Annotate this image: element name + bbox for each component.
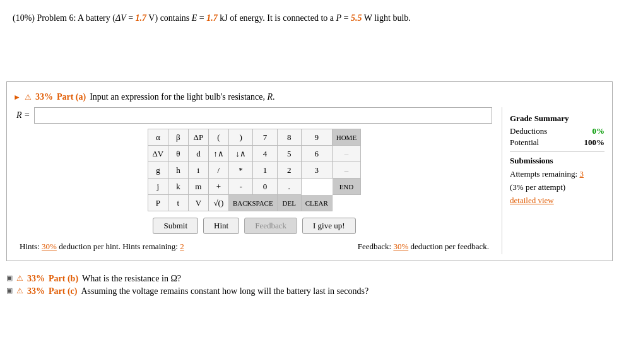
key-g[interactable]: g [148,162,168,179]
key-j[interactable]: j [148,179,168,195]
submissions-text: Attempts remaining: 3 (3% per attempt) d… [510,168,604,207]
keypad-row-2: ΔV θ d ↑∧ ↓∧ 4 5 6 – [148,146,360,162]
key-sqrt[interactable]: √() [208,195,228,211]
e-unit: kJ of energy. It is connected to a [218,13,336,23]
attempts-value[interactable]: 3 [579,169,584,179]
key-empty-2 [332,195,360,211]
key-delta-v[interactable]: ΔV [148,146,168,162]
key-6[interactable]: 6 [301,146,332,162]
part-b-description: What is the resistance in Ω? [82,274,181,284]
delta-v-label: ΔV [115,13,126,23]
p-value: 5.5 [351,13,362,23]
input-row: R = [13,107,495,124]
e-value: 1.7 [206,13,218,23]
feedback-prefix: Feedback: [358,242,394,251]
expand-arrow-icon[interactable]: ► [13,93,21,102]
hints-text: Hints: 30% deduction per hint. Hints rem… [20,242,184,252]
key-t[interactable]: t [168,195,188,211]
key-del[interactable]: DEL [277,195,301,211]
part-a-percent: 33% [35,92,53,102]
hints-prefix: Hints: [20,242,42,251]
key-v[interactable]: V [188,195,208,211]
divider [510,151,604,152]
eq1: = [126,13,136,23]
key-minus[interactable]: - [228,179,252,195]
check-icon-c: ▣ [6,286,13,295]
grade-summary-title: Grade Summary [510,114,604,124]
key-home[interactable]: HOME [332,129,360,146]
key-divide[interactable]: / [208,162,228,179]
per-attempt: (3% per attempt) [510,182,565,192]
key-empty-1 [301,179,332,195]
key-delta-p[interactable]: ΔP [188,129,208,146]
key-dash-1[interactable]: – [332,146,360,162]
p-label: P [336,13,342,23]
answer-input[interactable] [34,107,492,124]
key-0[interactable]: 0 [253,179,277,195]
part-b-row: ▣ ⚠ 33% Part (b) What is the resistance … [6,274,613,284]
key-open-paren[interactable]: ( [208,129,228,146]
hints-percent[interactable]: 30% [42,242,57,251]
detailed-view-link[interactable]: detailed view [510,196,554,205]
key-beta[interactable]: β [168,129,188,146]
key-down-arrow[interactable]: ↓∧ [228,146,252,162]
key-backspace[interactable]: BACKSPACE [228,195,277,211]
part-a-body: R = α β ΔP ( ) 7 8 9 [7,107,612,254]
key-end[interactable]: END [332,179,360,195]
bottom-parts: ▣ ⚠ 33% Part (b) What is the resistance … [0,267,619,296]
hint-button[interactable]: Hint [203,218,239,234]
submit-button[interactable]: Submit [153,218,198,234]
key-m[interactable]: m [188,179,208,195]
problem-prefix: (10%) Problem 6: A battery ( [13,13,115,23]
deductions-row: Deductions 0% [510,126,604,136]
key-alpha[interactable]: α [148,129,168,146]
key-dot[interactable]: . [277,179,301,195]
key-k[interactable]: k [168,179,188,195]
key-close-paren[interactable]: ) [228,129,252,146]
keypad-container: α β ΔP ( ) 7 8 9 HOME ΔV θ [13,129,495,211]
keypad: α β ΔP ( ) 7 8 9 HOME ΔV θ [148,129,361,211]
key-clear[interactable]: CLEAR [301,195,332,211]
feedback-deduction-text: deduction per feedback. [408,242,489,251]
feedback-button[interactable]: Feedback [244,218,297,234]
part-a-left: R = α β ΔP ( ) 7 8 9 [7,107,502,254]
key-9[interactable]: 9 [301,129,332,146]
key-d[interactable]: d [188,146,208,162]
deductions-label: Deductions [510,126,547,136]
deductions-value: 0% [592,126,605,136]
hints-deduction-text: deduction per hint. Hints remaining: [57,242,180,251]
check-icon-b: ▣ [6,274,13,282]
key-p[interactable]: P [148,195,168,211]
key-i[interactable]: i [188,162,208,179]
key-4[interactable]: 4 [253,146,277,162]
hints-remaining[interactable]: 2 [180,242,184,251]
submissions-title: Submissions [510,156,604,166]
main-panel: ► ⚠ 33% Part (a) Input an expression for… [6,81,613,261]
p-unit: W light bulb. [362,13,411,23]
warning-icon-b: ⚠ [16,274,23,283]
keypad-row-3: g h i / * 1 2 3 – [148,162,360,179]
key-7[interactable]: 7 [253,129,277,146]
key-5[interactable]: 5 [277,146,301,162]
key-3[interactable]: 3 [301,162,332,179]
key-2[interactable]: 2 [277,162,301,179]
part-c-percent: 33% [27,286,45,296]
keypad-row-5: P t V √() BACKSPACE DEL CLEAR [148,195,360,211]
delta-v-value: 1.7 [136,13,147,23]
key-h[interactable]: h [168,162,188,179]
key-up-arrow[interactable]: ↑∧ [208,146,228,162]
part-a-header: ► ⚠ 33% Part (a) Input an expression for… [7,88,612,107]
part-a-description: Input an expression for the light bulb's… [90,92,274,102]
action-buttons: Submit Hint Feedback I give up! [13,218,495,234]
key-plus[interactable]: + [208,179,228,195]
key-multiply[interactable]: * [228,162,252,179]
attempts-label: Attempts remaining: [510,169,579,179]
key-theta[interactable]: θ [168,146,188,162]
key-dash-2[interactable]: – [332,162,360,179]
potential-row: Potential 100% [510,138,604,148]
key-1[interactable]: 1 [253,162,277,179]
warning-icon-c: ⚠ [16,286,23,296]
key-8[interactable]: 8 [277,129,301,146]
give-up-button[interactable]: I give up! [302,218,356,234]
feedback-percent[interactable]: 30% [393,242,408,251]
